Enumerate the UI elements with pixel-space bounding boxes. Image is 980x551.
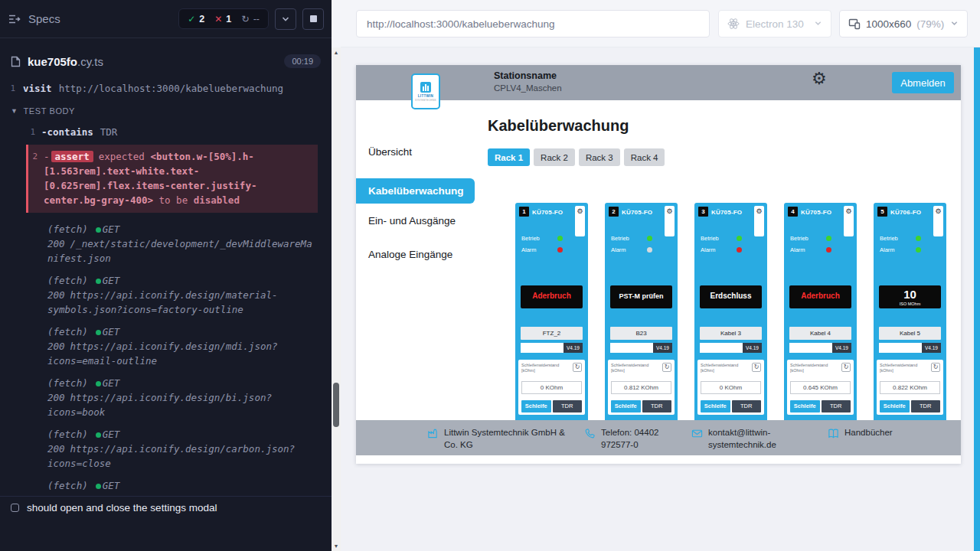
collapse-all-button[interactable] <box>275 8 296 30</box>
network-log-entry[interactable]: (fetch)GET 200https://api.iconify.design… <box>26 376 318 419</box>
contains-command-row[interactable]: 1 -contains TDR <box>26 123 318 141</box>
status-display: Aderbruch <box>789 285 851 308</box>
status-display: Erdschluss <box>700 285 762 308</box>
viewport-size: 1000x660 <box>866 18 911 30</box>
settings-gear-icon[interactable]: ⚙ <box>812 70 827 87</box>
betrieb-label: Betrieb <box>880 235 898 242</box>
stop-button[interactable] <box>302 8 324 30</box>
app-under-test: Stationsname CPLV4_Maschen ⚙ Abmelden LI… <box>356 65 961 464</box>
specs-button[interactable]: Specs <box>8 12 60 25</box>
resistance-value: 0.645 KOhm <box>790 381 851 394</box>
command-name: visit <box>23 81 52 96</box>
version-row: V4.19 <box>700 343 762 353</box>
status-text: Erdschluss <box>710 292 752 300</box>
tab-rack-2[interactable]: Rack 2 <box>534 148 575 166</box>
app-footer: Littwin Systemtechnik GmbH & Co. KG Tele… <box>356 420 961 455</box>
refresh-icon[interactable]: ↻ <box>931 363 940 372</box>
tdr-button[interactable]: TDR <box>553 400 583 412</box>
card-gear-icon[interactable]: ⚙ <box>575 206 585 217</box>
network-log-entry[interactable]: (fetch)GET 200https://api.iconify.design… <box>26 478 318 496</box>
failed-assert-row[interactable]: 2 -assertexpected <button.w-[50%].h-[1.5… <box>26 145 318 213</box>
tdr-button[interactable]: TDR <box>732 400 762 412</box>
betrieb-label: Betrieb <box>701 235 719 242</box>
spec-file-row[interactable]: kue705fo.cy.ts 00:19 <box>0 48 332 74</box>
status-text: 10 <box>903 289 916 300</box>
refresh-icon[interactable]: ↻ <box>573 363 582 372</box>
footer-email[interactable]: kontakt@littwin-systemtechnik.de <box>691 420 799 451</box>
card-model-label: KÜ705-FO <box>532 209 563 216</box>
tab-rack-1[interactable]: Rack 1 <box>488 148 530 166</box>
spec-duration-badge: 00:19 <box>284 54 321 68</box>
card-gear-icon[interactable]: ⚙ <box>933 206 943 217</box>
card-actions: Schleife TDR <box>701 400 761 412</box>
pending-stat: ↻-- <box>241 13 260 24</box>
sidebar-item-uebersicht[interactable]: Übersicht <box>356 146 475 158</box>
sidebar-item-ein-und-ausgaenge[interactable]: Ein- und Ausgänge <box>356 215 475 227</box>
status-display: 10ISO MOhm <box>879 285 941 308</box>
alarm-indicator: Alarm <box>701 246 742 253</box>
betrieb-indicator: Betrieb <box>701 235 742 242</box>
card-gear-icon[interactable]: ⚙ <box>844 206 854 217</box>
factory-icon <box>427 428 439 439</box>
station-info: Stationsname CPLV4_Maschen <box>494 70 562 93</box>
reporter-scrollbar: ▲ ▼ <box>332 0 341 551</box>
fetch-label: (fetch) <box>47 326 88 337</box>
scroll-down-arrow[interactable]: ▼ <box>332 543 341 549</box>
url-input[interactable]: http://localhost:3000/kabelueberwachung <box>356 10 710 37</box>
fetch-url: https://api.iconify.design/mdi.json?icon… <box>47 341 278 367</box>
tab-rack-4[interactable]: Rack 4 <box>624 148 665 166</box>
card-gear-icon[interactable]: ⚙ <box>665 206 675 217</box>
status-text: PST-M prüfen <box>619 293 664 300</box>
browser-select[interactable]: Electron 130 <box>718 10 831 37</box>
device-card-4: 4 KÜ705-FO ⚙ Betrieb Alarm Aderbruch Kab… <box>784 203 857 420</box>
tab-rack-3[interactable]: Rack 3 <box>579 148 620 166</box>
alarm-dot <box>557 247 563 253</box>
schleife-button[interactable]: Schleife <box>790 400 820 412</box>
device-card-5: 5 KÜ706-FO ⚙ Betrieb Alarm 10ISO MOhm Ka… <box>874 203 946 420</box>
refresh-icon[interactable]: ↻ <box>752 363 761 372</box>
next-test-row[interactable]: should open and close the settings modal <box>0 496 332 519</box>
card-actions: Schleife TDR <box>521 400 582 412</box>
betrieb-dot <box>916 236 921 241</box>
footer-manuals[interactable]: Handbücher <box>828 420 893 439</box>
tdr-button[interactable]: TDR <box>822 400 851 412</box>
tdr-button[interactable]: TDR <box>911 400 941 412</box>
refresh-icon[interactable]: ↻ <box>662 363 671 372</box>
sidebar-item-kabelueberwachung[interactable]: Kabelüberwachung <box>356 178 475 204</box>
betrieb-label: Betrieb <box>521 235 540 242</box>
network-log-entry[interactable]: (fetch)GET 200https://api.iconify.design… <box>26 324 318 368</box>
alarm-label: Alarm <box>611 246 626 253</box>
scrollbar-track[interactable]: ▲ ▼ <box>332 47 341 551</box>
schleife-button[interactable]: Schleife <box>880 400 910 412</box>
card-settings-rail: ⚙ <box>575 206 585 236</box>
betrieb-indicator: Betrieb <box>880 235 921 242</box>
visit-command-row[interactable]: 1 visit http://localhost:3000/kabelueber… <box>0 80 327 97</box>
scroll-up-arrow[interactable]: ▲ <box>332 50 341 55</box>
status-display: PST-M prüfen <box>610 285 672 308</box>
scrollbar-thumb[interactable] <box>333 383 339 427</box>
test-body-section[interactable]: ▼ TEST BODY <box>0 97 327 123</box>
refresh-icon[interactable]: ↻ <box>841 363 851 372</box>
network-log-entry[interactable]: (fetch)GET 200https://api.iconify.design… <box>26 273 318 317</box>
viewport-select[interactable]: 1000x660 (79%) <box>839 10 968 37</box>
schleife-button[interactable]: Schleife <box>611 400 641 412</box>
alarm-dot <box>916 247 921 253</box>
resistance-value: 0 KOhm <box>701 381 761 394</box>
network-log-entry[interactable]: (fetch)GET 200https://api.iconify.design… <box>26 427 318 471</box>
test-stats: ✓2 ✕1 ↻-- <box>178 8 269 29</box>
passed-count: 2 <box>199 14 204 24</box>
document-icon <box>11 56 21 67</box>
sidebar-item-analoge-eingaenge[interactable]: Analoge Eingänge <box>356 249 475 260</box>
alarm-dot <box>647 247 652 253</box>
tdr-button[interactable]: TDR <box>642 400 672 412</box>
resistance-value: 0 KOhm <box>521 381 582 394</box>
phone-icon <box>584 428 596 439</box>
schleife-button[interactable]: Schleife <box>521 400 551 412</box>
schleife-button[interactable]: Schleife <box>701 400 730 412</box>
viewport-zoom: (79%) <box>916 18 944 30</box>
logout-button[interactable]: Abmelden <box>892 72 954 93</box>
card-gear-icon[interactable]: ⚙ <box>754 206 764 217</box>
network-log-entry[interactable]: (fetch)GET 200/_next/static/development/… <box>26 222 318 266</box>
cable-name: Kabel 5 <box>879 327 941 340</box>
alarm-indicator: Alarm <box>521 246 563 253</box>
